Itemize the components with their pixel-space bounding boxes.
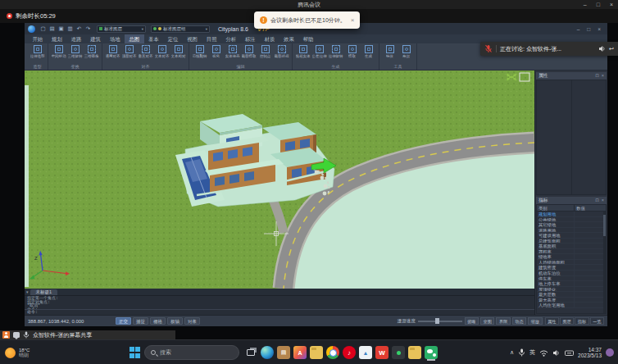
task-view-icon[interactable] bbox=[244, 346, 257, 359]
ribbon-tool[interactable]: 截面捕捉 bbox=[274, 44, 289, 63]
ribbon-tool[interactable]: 线框实体 bbox=[295, 44, 311, 63]
layer-combo[interactable]: 标准图层 ▾ bbox=[97, 25, 146, 33]
viewport-3d[interactable]: Z bbox=[25, 71, 534, 289]
ribbon-tab[interactable]: 帮助 bbox=[298, 34, 318, 43]
ribbon-tool[interactable]: 实体抽壳 bbox=[225, 44, 240, 63]
meeting-minimize-button[interactable]: – bbox=[584, 0, 587, 9]
pen-device-icon[interactable] bbox=[565, 349, 574, 357]
ribbon-tool[interactable]: 垂直对齐 bbox=[138, 44, 153, 63]
command-window[interactable]: 指定第一个角点:指定对角点:*取消*命令: 命令: bbox=[25, 295, 534, 315]
meeting-close-button[interactable]: × bbox=[610, 0, 613, 9]
app-maximize-button[interactable]: □ bbox=[587, 26, 590, 32]
reply-arrow-icon[interactable]: ↩ bbox=[609, 45, 614, 52]
cad-app-icon[interactable]: ▤ bbox=[277, 346, 290, 359]
ribbon-tool[interactable]: 三维镜像 bbox=[84, 44, 99, 63]
microphone-off-icon[interactable] bbox=[484, 44, 493, 53]
start-button[interactable] bbox=[130, 347, 141, 358]
hidden-icons-chevron[interactable]: ∧ bbox=[510, 348, 514, 357]
ribbon-tool[interactable]: 空间移动 bbox=[51, 44, 66, 63]
ribbon-tab[interactable]: 开始 bbox=[28, 34, 48, 43]
panel-close-icon[interactable]: × bbox=[602, 72, 604, 80]
status-toggle[interactable]: 捕捉 bbox=[133, 317, 148, 325]
ribbon-tab[interactable]: 道路 bbox=[66, 34, 86, 43]
ribbon-tab[interactable]: 效果 bbox=[279, 34, 299, 43]
ribbon-tool[interactable]: 弧化 bbox=[208, 44, 224, 63]
panel-tab-button[interactable]: 一览 bbox=[590, 317, 604, 325]
ribbon-tool[interactable]: 通用对齐 bbox=[105, 44, 120, 63]
ribbon-tool[interactable]: 沿线翻转 bbox=[192, 44, 207, 63]
status-view-button[interactable]: 界限 bbox=[496, 317, 510, 325]
status-toggle[interactable]: 对象 bbox=[184, 317, 200, 325]
ribbon-tool[interactable]: 拉伸造型 bbox=[30, 44, 45, 63]
ribbon-tool[interactable]: 截面提取 bbox=[241, 44, 257, 63]
drawing-tab[interactable]: 未标题1 bbox=[30, 289, 58, 295]
save-as-icon[interactable]: ▥ bbox=[66, 25, 74, 33]
screen-share-indicator-icon[interactable] bbox=[392, 346, 405, 359]
ribbon-tab[interactable]: 材质 bbox=[260, 34, 279, 43]
ribbon-tab[interactable]: 分析 bbox=[221, 34, 241, 43]
ime-indicator[interactable]: 英 bbox=[529, 348, 535, 357]
toast-close-button[interactable]: × bbox=[351, 16, 355, 24]
panel-close-icon[interactable]: × bbox=[602, 197, 604, 204]
ribbon-tab[interactable]: 标注 bbox=[241, 34, 261, 43]
panel-tab-button[interactable]: 属性 bbox=[545, 317, 559, 325]
status-view-button[interactable]: 缩放 bbox=[528, 317, 542, 325]
chrome-browser-icon[interactable] bbox=[326, 346, 339, 359]
ribbon-tool[interactable]: 提取 bbox=[344, 44, 360, 63]
open-file-icon[interactable]: ▤ bbox=[48, 25, 56, 33]
ribbon-tool[interactable]: 链接 bbox=[382, 44, 398, 63]
chevron-down-icon[interactable]: ▾ bbox=[26, 289, 29, 295]
panel-pin-icon[interactable]: ⊡ bbox=[595, 72, 599, 80]
clock[interactable]: 14:37 2023/5/13 bbox=[578, 347, 602, 358]
design-app-icon[interactable]: A bbox=[293, 346, 307, 359]
ribbon-tool[interactable]: 生成 bbox=[361, 44, 376, 63]
status-toggle[interactable]: 极轴 bbox=[167, 317, 183, 325]
ribbon-tool[interactable]: 公差拉伸 bbox=[311, 44, 327, 63]
ribbon-tool[interactable]: 顶面对齐 bbox=[121, 44, 137, 63]
ribbon-tool[interactable]: 布尔 bbox=[398, 44, 414, 63]
edge-browser-icon[interactable] bbox=[261, 346, 274, 359]
ribbon-tab[interactable]: 视图 bbox=[183, 34, 202, 43]
roam-speed-slider[interactable] bbox=[418, 321, 462, 322]
notification-badge[interactable] bbox=[606, 348, 614, 357]
ribbon-tab[interactable]: 总图 bbox=[125, 34, 144, 43]
ribbon-tab[interactable]: 日照 bbox=[202, 34, 221, 43]
ribbon-tool[interactable]: 拉伸旋转 bbox=[328, 44, 343, 63]
undo-icon[interactable]: ↶ bbox=[75, 25, 83, 33]
wechat-icon[interactable] bbox=[425, 346, 438, 359]
status-toggle[interactable]: 正交 bbox=[116, 317, 131, 325]
speaker-icon[interactable] bbox=[598, 45, 606, 52]
search-input[interactable]: 搜索 bbox=[144, 345, 239, 360]
ribbon-tool[interactable]: 文本对齐 bbox=[154, 44, 170, 63]
wps-office-icon[interactable]: W bbox=[375, 346, 389, 359]
chat-icon[interactable] bbox=[13, 332, 20, 338]
ribbon-tab[interactable]: 基本 bbox=[144, 34, 164, 43]
status-view-button[interactable]: 动态 bbox=[512, 317, 526, 325]
file-explorer-icon[interactable] bbox=[310, 346, 323, 359]
wifi-icon[interactable] bbox=[539, 349, 548, 357]
ribbon-tool[interactable]: 文本相对 bbox=[170, 44, 186, 63]
panel-tab-button[interactable]: 指标 bbox=[575, 317, 588, 325]
save-file-icon[interactable]: ▣ bbox=[57, 25, 65, 33]
ribbon-tool[interactable]: 控制点 bbox=[257, 44, 273, 63]
status-view-button[interactable]: 全图 bbox=[480, 317, 494, 325]
meeting-maximize-button[interactable]: □ bbox=[597, 0, 600, 9]
new-file-icon[interactable]: ▢ bbox=[39, 25, 47, 33]
redo-icon[interactable]: ↷ bbox=[84, 25, 92, 33]
photos-app-icon[interactable]: ▲ bbox=[359, 346, 372, 359]
panel-scrollbar[interactable] bbox=[603, 212, 606, 313]
app-minimize-button[interactable]: – bbox=[577, 26, 580, 32]
netease-music-icon[interactable]: ♪ bbox=[343, 346, 356, 359]
volume-icon[interactable] bbox=[552, 349, 561, 357]
ribbon-tab[interactable]: 规划 bbox=[48, 34, 67, 43]
ribbon-tab[interactable]: 场地 bbox=[105, 34, 125, 43]
ribbon-tab[interactable]: 定位 bbox=[163, 34, 183, 43]
indicator-row[interactable]: 人均住宅用地 bbox=[537, 303, 606, 308]
weather-widget[interactable]: 18°C 晴朗 bbox=[5, 340, 30, 364]
panel-tab-button[interactable]: 图层 bbox=[560, 317, 574, 325]
status-view-button[interactable]: 俯瞰 bbox=[465, 317, 479, 325]
app-close-button[interactable]: × bbox=[598, 26, 601, 32]
folder-icon[interactable] bbox=[408, 346, 421, 359]
slider-thumb[interactable] bbox=[435, 318, 439, 324]
style-combo[interactable]: 标准图层组 ▾ bbox=[151, 25, 210, 33]
